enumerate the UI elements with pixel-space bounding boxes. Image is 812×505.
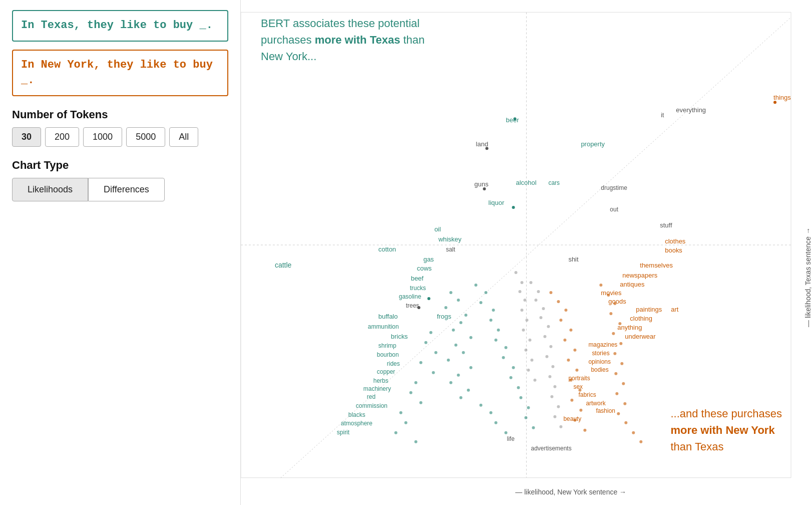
svg-point-102 [415, 381, 418, 384]
chart-btn-likelihoods[interactable]: Likelihoods [12, 178, 88, 201]
svg-point-158 [537, 290, 540, 293]
svg-text:art: art [671, 306, 679, 313]
svg-point-177 [521, 309, 524, 312]
svg-point-151 [615, 392, 618, 395]
texas-sentence-text: In Texas, they like to buy _. [21, 19, 213, 32]
svg-point-93 [480, 404, 483, 407]
svg-point-97 [430, 331, 433, 334]
svg-text:herbs: herbs [373, 377, 388, 384]
svg-point-149 [614, 372, 617, 375]
svg-point-123 [525, 416, 528, 419]
svg-point-179 [522, 329, 525, 332]
svg-point-135 [578, 389, 581, 392]
svg-text:cotton: cotton [378, 245, 396, 253]
svg-point-109 [475, 284, 478, 287]
svg-text:cows: cows [417, 265, 432, 272]
svg-text:underwear: underwear [625, 333, 656, 340]
token-btn-all[interactable]: All [169, 127, 198, 147]
svg-point-122 [527, 406, 530, 409]
svg-point-77 [773, 101, 776, 104]
svg-point-11 [486, 147, 489, 150]
svg-point-146 [619, 342, 622, 345]
svg-point-133 [575, 369, 578, 372]
chart-type-group: Likelihoods Differences [12, 178, 228, 201]
left-panel: In Texas, they like to buy _. In New Yor… [0, 0, 240, 505]
svg-text:shrimp: shrimp [378, 342, 396, 349]
svg-point-85 [455, 344, 458, 347]
newyork-sentence-text: In New York, they like to buy _. [21, 59, 213, 87]
charttype-label: Chart Type [12, 159, 228, 172]
svg-point-125 [549, 291, 552, 294]
svg-text:rides: rides [387, 360, 400, 367]
svg-point-140 [599, 284, 602, 287]
svg-point-117 [502, 356, 505, 359]
svg-text:land: land [476, 140, 489, 148]
svg-point-82 [460, 321, 463, 324]
chart-btn-differences[interactable]: Differences [88, 178, 165, 201]
svg-point-178 [526, 319, 529, 322]
svg-point-95 [495, 421, 498, 424]
svg-point-106 [404, 421, 408, 424]
svg-text:ammunition: ammunition [368, 323, 399, 330]
svg-point-88 [470, 366, 473, 369]
svg-point-150 [622, 382, 625, 385]
svg-text:clothing: clothing [630, 315, 652, 322]
svg-point-130 [563, 339, 566, 342]
svg-point-116 [505, 346, 508, 349]
svg-point-170 [557, 405, 560, 408]
svg-point-90 [450, 381, 453, 384]
svg-point-157 [529, 281, 532, 284]
svg-point-181 [525, 349, 528, 352]
svg-text:guns: guns [475, 180, 489, 188]
svg-point-129 [569, 329, 572, 332]
svg-point-104 [420, 401, 423, 404]
svg-text:movies: movies [601, 289, 622, 297]
svg-point-155 [632, 431, 635, 434]
svg-text:antiques: antiques [620, 281, 645, 288]
token-btn-200[interactable]: 200 [45, 127, 79, 147]
svg-point-19 [512, 206, 515, 209]
svg-text:out: out [610, 206, 618, 213]
svg-text:copper: copper [377, 368, 395, 375]
token-btn-5000[interactable]: 5000 [126, 127, 165, 147]
svg-point-176 [524, 299, 527, 302]
newyork-sentence-box: In New York, they like to buy _. [12, 50, 228, 97]
svg-text:gasoline: gasoline [399, 293, 422, 300]
svg-point-172 [559, 425, 562, 428]
svg-text:books: books [665, 246, 682, 254]
svg-text:sex: sex [573, 383, 583, 390]
svg-point-119 [510, 376, 513, 379]
svg-point-118 [512, 366, 515, 369]
svg-point-163 [543, 335, 546, 338]
svg-text:spirit: spirit [337, 429, 350, 436]
svg-text:paintings: paintings [636, 306, 662, 313]
svg-text:magazines: magazines [588, 341, 617, 348]
svg-point-80 [445, 306, 448, 309]
svg-point-147 [613, 352, 616, 355]
svg-point-138 [573, 419, 576, 422]
svg-point-128 [559, 319, 562, 322]
svg-point-141 [607, 294, 610, 297]
right-panel: BERT associates these potential purchase… [240, 0, 812, 505]
svg-point-156 [639, 440, 642, 443]
svg-point-171 [553, 415, 556, 418]
svg-text:opinions: opinions [588, 358, 611, 365]
token-btn-1000[interactable]: 1000 [83, 127, 122, 147]
svg-point-79 [457, 299, 460, 302]
svg-text:atmosphere: atmosphere [341, 420, 373, 427]
svg-point-175 [519, 290, 522, 293]
svg-point-89 [457, 374, 460, 377]
token-btn-30[interactable]: 30 [12, 127, 41, 147]
svg-point-108 [415, 440, 418, 443]
svg-text:it: it [661, 112, 664, 119]
svg-point-165 [545, 355, 548, 358]
tokens-label: Number of Tokens [12, 108, 228, 121]
svg-point-174 [521, 281, 524, 284]
token-buttons-group: 30 200 1000 5000 All [12, 127, 228, 147]
svg-point-113 [490, 319, 493, 322]
svg-point-143 [609, 312, 612, 315]
svg-point-166 [551, 365, 554, 368]
svg-text:trees: trees [406, 302, 420, 309]
svg-point-91 [467, 389, 470, 392]
svg-point-173 [515, 271, 518, 274]
